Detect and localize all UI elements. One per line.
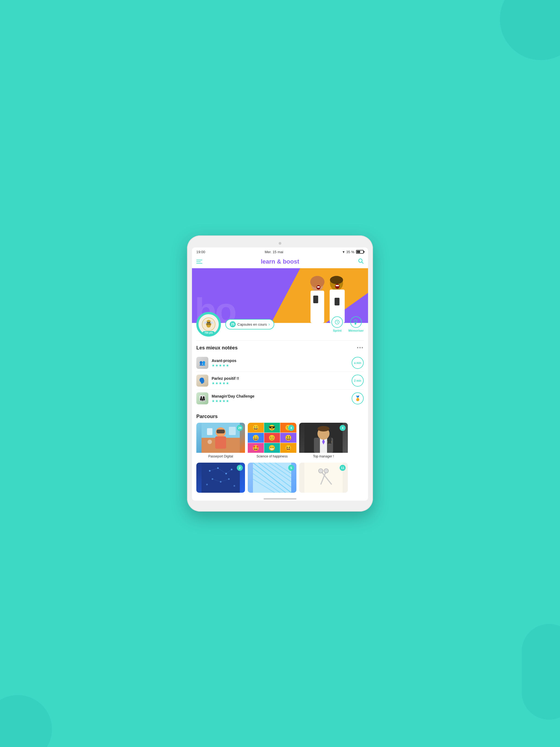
svg-rect-24 bbox=[355, 323, 356, 324]
list-item[interactable]: 👨‍👩‍👧 Managin'Day Challenge ★ ★ ★ ★ ★ 🏅 bbox=[196, 390, 364, 407]
item-thumbnail-1: 👥 bbox=[196, 357, 208, 369]
svg-rect-42 bbox=[202, 463, 240, 493]
card-image-4: 2 bbox=[196, 463, 245, 493]
capsules-count: 25 bbox=[230, 321, 236, 327]
more-options-button[interactable]: ••• bbox=[357, 345, 364, 351]
card-label-2: Science of happiness bbox=[248, 453, 297, 460]
list-item[interactable]: 👥 Avant-propos ★ ★ ★ ★ ★ a min bbox=[196, 354, 364, 372]
card-image-5: 5 bbox=[248, 463, 297, 493]
app-header: learn & boost bbox=[192, 256, 368, 268]
menu-button[interactable] bbox=[196, 260, 202, 264]
card-image-happiness: 4 😀 😎 🙂 😄 😊 😃 🤩 😁 😆 bbox=[248, 423, 297, 453]
card-badge-5: 5 bbox=[288, 465, 294, 471]
star: ★ bbox=[226, 363, 229, 367]
list-item[interactable]: 🗣️ Parlez positif !! ★ ★ ★ ★ ★ 2 min bbox=[196, 372, 364, 390]
card-badge-3: 4 bbox=[339, 425, 346, 431]
card-label-3: Top manager ! bbox=[299, 453, 348, 460]
profile-section: 785 pts 25 Capsules en cours › bbox=[192, 312, 368, 337]
item-thumb-image-1: 👥 bbox=[196, 357, 208, 369]
card-badge-4: 2 bbox=[237, 465, 243, 471]
item-info-1: Avant-propos ★ ★ ★ ★ ★ bbox=[212, 358, 348, 367]
item-badge-3: 🏅 bbox=[352, 392, 364, 404]
svg-point-70 bbox=[324, 469, 328, 473]
star: ★ bbox=[212, 363, 215, 367]
decorative-shape-br bbox=[522, 624, 560, 720]
digital-illustration bbox=[202, 423, 240, 453]
search-button[interactable] bbox=[358, 258, 364, 265]
best-rated-header: Les mieux notées ••• bbox=[196, 345, 364, 351]
memorize-label: Mémoriser bbox=[348, 329, 364, 332]
svg-rect-5 bbox=[313, 295, 318, 303]
tablet-camera bbox=[279, 242, 281, 245]
item-thumbnail-3: 👨‍👩‍👧 bbox=[196, 392, 208, 404]
tablet-device: 19:00 Mer. 15 mai ▾ 35 % learn & boost bbox=[187, 235, 373, 512]
item-thumb-image-3: 👨‍👩‍👧 bbox=[196, 392, 208, 404]
parcours-header: Parcours bbox=[196, 414, 364, 419]
face-cell: 😆 bbox=[280, 443, 297, 453]
status-time: 19:00 bbox=[196, 250, 205, 254]
capsules-chevron-icon: › bbox=[269, 322, 270, 327]
network-illustration bbox=[253, 463, 291, 493]
blue-card-illustration bbox=[202, 463, 240, 493]
item-info-3: Managin'Day Challenge ★ ★ ★ ★ ★ bbox=[212, 394, 348, 403]
svg-rect-30 bbox=[215, 436, 226, 449]
duration-text-2: 2 min bbox=[354, 379, 361, 382]
battery-percent: 35 % bbox=[346, 250, 354, 254]
home-indicator bbox=[263, 498, 297, 499]
star: ★ bbox=[226, 399, 229, 403]
item-thumb-image-2: 🗣️ bbox=[196, 375, 208, 387]
profile-actions: 25 Capsules en cours › Sprint bbox=[225, 316, 364, 332]
light-card-illustration bbox=[304, 463, 342, 493]
svg-line-1 bbox=[362, 262, 363, 263]
parcours-card-6[interactable]: 11 bbox=[299, 463, 348, 493]
parcours-card-1[interactable]: 29 bbox=[196, 423, 245, 460]
memorize-icon bbox=[350, 316, 362, 328]
memorize-action[interactable]: Mémoriser bbox=[348, 316, 364, 332]
status-bar-right: ▾ 35 % bbox=[342, 250, 364, 254]
quick-actions: Sprint Mémoriser bbox=[331, 316, 364, 332]
menu-line-3 bbox=[196, 263, 202, 264]
card-badge-6: 11 bbox=[339, 465, 346, 471]
item-duration-2: 2 min bbox=[352, 375, 364, 387]
item-stars-3: ★ ★ ★ ★ ★ bbox=[212, 399, 348, 403]
item-title-2: Parlez positif !! bbox=[212, 376, 348, 381]
svg-rect-25 bbox=[355, 324, 356, 325]
sprint-icon bbox=[331, 316, 343, 328]
card-image-manager: 4 bbox=[299, 423, 348, 453]
parcours-card-2[interactable]: 4 😀 😎 🙂 😄 😊 😃 🤩 😁 😆 bbox=[248, 423, 297, 460]
avatar-points: 785 pts bbox=[203, 331, 214, 334]
star: ★ bbox=[219, 399, 222, 403]
best-rated-title: Les mieux notées bbox=[196, 345, 238, 351]
item-thumbnail-2: 🗣️ bbox=[196, 375, 208, 387]
face-cell: 😁 bbox=[264, 443, 280, 453]
face-cell: 😊 bbox=[264, 433, 280, 443]
svg-point-22 bbox=[209, 322, 210, 323]
svg-rect-29 bbox=[217, 430, 225, 433]
battery-fill bbox=[357, 251, 360, 253]
wifi-icon: ▾ bbox=[342, 250, 345, 254]
card-badge-2: 4 bbox=[288, 425, 294, 431]
capsules-button[interactable]: 25 Capsules en cours › bbox=[225, 319, 274, 330]
tablet-screen: 19:00 Mer. 15 mai ▾ 35 % learn & boost bbox=[192, 248, 368, 500]
svg-rect-13 bbox=[336, 285, 339, 286]
star: ★ bbox=[212, 399, 215, 403]
card-image-digital: 29 bbox=[196, 423, 245, 453]
item-info-2: Parlez positif !! ★ ★ ★ ★ ★ bbox=[212, 376, 348, 385]
second-row-cards: 2 bbox=[196, 463, 364, 493]
card-image-6: 11 bbox=[299, 463, 348, 493]
svg-point-50 bbox=[206, 484, 208, 485]
svg-rect-32 bbox=[229, 427, 236, 435]
face-cell: 😃 bbox=[280, 433, 297, 443]
item-duration-1: a min bbox=[352, 357, 364, 369]
star: ★ bbox=[222, 381, 226, 385]
parcours-card-4[interactable]: 2 bbox=[196, 463, 245, 493]
item-stars-2: ★ ★ ★ ★ ★ bbox=[212, 381, 348, 385]
status-bar: 19:00 Mer. 15 mai ▾ 35 % bbox=[192, 248, 368, 256]
avatar-bee-icon bbox=[202, 317, 215, 331]
parcours-card-5[interactable]: 5 bbox=[248, 463, 297, 493]
star: ★ bbox=[219, 363, 222, 367]
face-cell: 😀 bbox=[248, 423, 264, 433]
parcours-card-3[interactable]: 4 bbox=[299, 423, 348, 460]
svg-point-18 bbox=[207, 325, 210, 328]
sprint-action[interactable]: Sprint bbox=[331, 316, 343, 332]
